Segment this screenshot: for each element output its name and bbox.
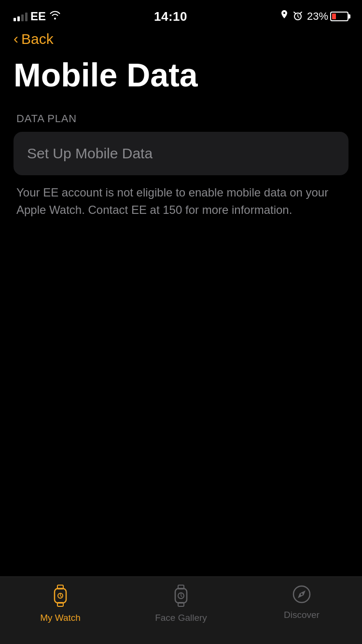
- main-content: Mobile Data DATA PLAN Set Up Mobile Data…: [0, 52, 362, 219]
- alarm-icon: [292, 10, 303, 23]
- page-title: Mobile Data: [14, 57, 348, 93]
- tab-face-gallery[interactable]: Face Gallery: [147, 585, 215, 623]
- location-icon: [280, 10, 289, 23]
- battery-indicator: 23%: [307, 10, 348, 23]
- wifi-icon: [49, 10, 61, 23]
- back-button[interactable]: ‹ Back: [0, 26, 362, 52]
- battery-icon: [330, 12, 348, 21]
- discover-tab-label: Discover: [284, 610, 320, 620]
- info-text: Your EE account is not eligible to enabl…: [14, 184, 348, 219]
- status-left: EE: [14, 10, 61, 23]
- setup-mobile-data-card[interactable]: Set Up Mobile Data: [14, 132, 348, 175]
- section-label: DATA PLAN: [14, 112, 348, 125]
- back-chevron-icon: ‹: [14, 31, 18, 46]
- back-label: Back: [21, 31, 54, 47]
- battery-percent: 23%: [307, 10, 328, 23]
- svg-point-11: [301, 593, 303, 595]
- my-watch-icon: [51, 585, 70, 610]
- status-time: 14:10: [154, 9, 187, 24]
- face-gallery-icon: [171, 585, 191, 610]
- setup-button-text: Set Up Mobile Data: [27, 145, 153, 161]
- face-gallery-tab-label: Face Gallery: [155, 613, 207, 623]
- status-right: 23%: [280, 10, 348, 23]
- tab-my-watch[interactable]: My Watch: [27, 585, 94, 623]
- status-bar: EE 14:10 23%: [0, 0, 362, 26]
- tab-discover[interactable]: Discover: [268, 585, 335, 620]
- discover-icon: [292, 585, 311, 607]
- signal-bars-icon: [14, 12, 28, 21]
- carrier-label: EE: [30, 10, 46, 23]
- tab-bar: My Watch Face Gallery Discover: [0, 576, 362, 644]
- my-watch-tab-label: My Watch: [40, 613, 81, 623]
